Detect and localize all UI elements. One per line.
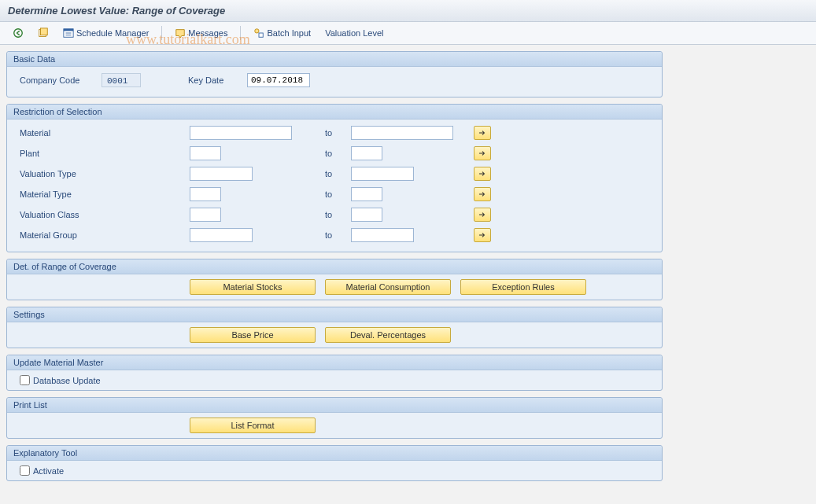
material-stocks-button[interactable]: Material Stocks [190, 279, 316, 295]
base-price-button[interactable]: Base Price [190, 327, 316, 343]
toolbar-separator [240, 26, 241, 40]
explanatory-group: Explanatory Tool Activate [6, 445, 663, 481]
settings-header: Settings [7, 307, 662, 322]
multiple-selection-button[interactable] [474, 146, 491, 160]
range-coverage-group: Det. of Range of Coverage Material Stock… [6, 259, 663, 300]
messages-label: Messages [188, 28, 227, 38]
key-date-field[interactable] [247, 73, 310, 87]
database-update-label: Database Update [33, 376, 101, 385]
range-coverage-header: Det. of Range of Coverage [7, 259, 662, 274]
restriction-row: Valuation Typeto [15, 165, 654, 182]
activate-label: Activate [33, 466, 64, 476]
multiple-selection-button[interactable] [474, 126, 491, 140]
restriction-row: Materialto [15, 124, 654, 142]
basic-data-header: Basic Data [7, 52, 662, 67]
multiple-selection-button[interactable] [474, 167, 491, 181]
restriction-group: Restriction of Selection MaterialtoPlant… [6, 104, 663, 252]
to-label: to [323, 169, 351, 178]
arrow-right-icon [478, 210, 486, 219]
toolbar-separator [161, 26, 162, 40]
valuation-type-from-input[interactable] [190, 167, 253, 181]
restriction-label: Material [15, 128, 190, 138]
valuation-class-to-input[interactable] [351, 208, 382, 222]
to-label: to [323, 189, 351, 199]
main-content: Basic Data Company Code 0001 Key Date Re… [0, 45, 669, 494]
material-group-to-input[interactable] [351, 228, 414, 242]
plant-from-input[interactable] [190, 146, 221, 160]
material-type-from-input[interactable] [190, 187, 221, 201]
restriction-label: Valuation Type [15, 169, 190, 178]
schedule-manager-label: Schedule Manager [76, 28, 149, 38]
deval-percentages-button[interactable]: Deval. Percentages [325, 327, 451, 343]
company-code-field[interactable]: 0001 [102, 73, 141, 87]
print-list-group: Print List List Format [6, 397, 663, 439]
arrow-right-icon [478, 169, 486, 178]
svg-rect-8 [259, 33, 263, 37]
plant-to-input[interactable] [351, 146, 382, 160]
svg-rect-2 [41, 28, 48, 35]
exception-rules-button[interactable]: Exception Rules [460, 279, 586, 295]
execute-icon [13, 28, 24, 39]
multiple-selection-button[interactable] [474, 228, 491, 242]
restriction-label: Plant [15, 149, 190, 158]
to-label: to [323, 230, 351, 240]
material-to-input[interactable] [351, 126, 453, 140]
restriction-label: Valuation Class [15, 210, 190, 219]
arrow-right-icon [478, 189, 486, 199]
messages-button[interactable]: Messages [170, 25, 232, 41]
database-update-checkbox[interactable] [20, 375, 30, 385]
svg-rect-4 [64, 29, 73, 31]
multiple-selection-button[interactable] [474, 208, 491, 222]
multiple-selection-button[interactable] [474, 187, 491, 201]
batch-input-button[interactable]: Batch Input [249, 25, 316, 41]
restriction-row: Material Typeto [15, 186, 654, 203]
to-label: to [323, 128, 351, 138]
batch-input-label: Batch Input [267, 28, 311, 38]
material-group-from-input[interactable] [190, 228, 253, 242]
arrow-right-icon [478, 128, 486, 138]
restriction-label: Material Group [15, 230, 190, 240]
schedule-manager-button[interactable]: Schedule Manager [58, 25, 153, 41]
valuation-type-to-input[interactable] [351, 167, 414, 181]
to-label: to [323, 149, 351, 158]
material-from-input[interactable] [190, 126, 292, 140]
restriction-header: Restriction of Selection [7, 105, 662, 120]
material-type-to-input[interactable] [351, 187, 382, 201]
restriction-label: Material Type [15, 189, 190, 199]
print-list-header: Print List [7, 398, 662, 413]
update-master-group: Update Material Master Database Update [6, 355, 663, 391]
valuation-level-label: Valuation Level [325, 28, 383, 38]
arrow-right-icon [478, 230, 486, 240]
execute-button[interactable] [8, 25, 28, 41]
basic-data-group: Basic Data Company Code 0001 Key Date [6, 51, 663, 97]
restriction-row: Valuation Classto [15, 206, 654, 223]
calendar-icon [63, 28, 74, 39]
update-master-header: Update Material Master [7, 355, 662, 370]
page-title: Determine Lowest Value: Range of Coverag… [0, 0, 816, 22]
settings-group: Settings Base PriceDeval. Percentages [6, 307, 663, 348]
list-format-button[interactable]: List Format [190, 418, 316, 433]
svg-point-7 [255, 29, 259, 33]
company-code-label: Company Code [15, 75, 102, 85]
material-consumption-button[interactable]: Material Consumption [325, 279, 451, 295]
valuation-class-from-input[interactable] [190, 208, 221, 222]
batch-input-icon [253, 28, 264, 39]
svg-point-0 [14, 29, 23, 38]
valuation-level-button[interactable]: Valuation Level [320, 26, 388, 40]
variant-icon [38, 28, 49, 39]
arrow-right-icon [478, 149, 486, 158]
variant-button[interactable] [33, 25, 54, 41]
activate-checkbox[interactable] [20, 465, 30, 476]
application-toolbar: Schedule Manager Messages Batch Input Va… [0, 22, 816, 45]
explanatory-header: Explanatory Tool [7, 446, 662, 461]
restriction-row: Plantto [15, 145, 654, 162]
key-date-label: Key Date [188, 75, 247, 85]
messages-icon [175, 28, 186, 39]
restriction-row: Material Groupto [15, 226, 654, 244]
to-label: to [323, 210, 351, 219]
